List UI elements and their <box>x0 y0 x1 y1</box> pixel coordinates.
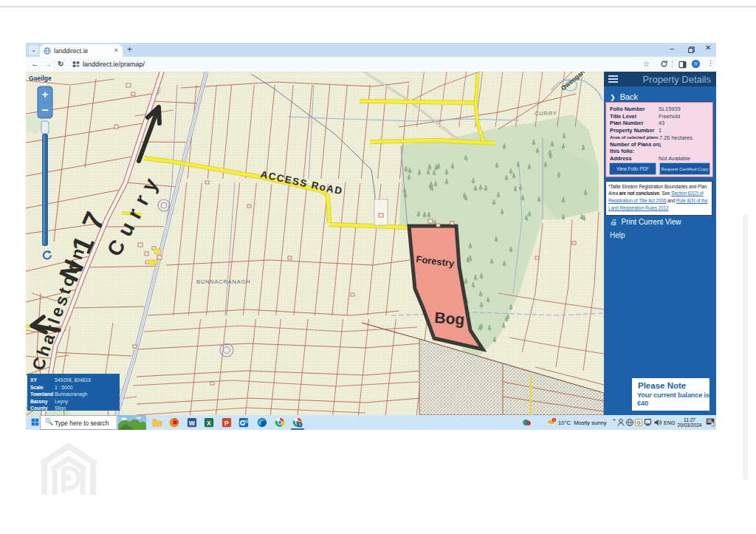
svg-text:8: 8 <box>299 423 301 427</box>
svg-text:BUNNACRANAGH: BUNNACRANAGH <box>196 278 250 285</box>
svg-text:CURRY: CURRY <box>535 110 557 117</box>
svg-text:G: G <box>636 420 640 425</box>
svg-text:W: W <box>189 420 196 427</box>
svg-text:–: – <box>42 103 49 116</box>
svg-text:1: 1 <box>553 418 554 422</box>
svg-text:Gaeilge: Gaeilge <box>29 75 52 82</box>
svg-text:Bog: Bog <box>434 309 465 328</box>
svg-text:P: P <box>224 420 229 427</box>
svg-text:X: X <box>207 420 211 427</box>
svg-text:+: + <box>42 89 48 100</box>
